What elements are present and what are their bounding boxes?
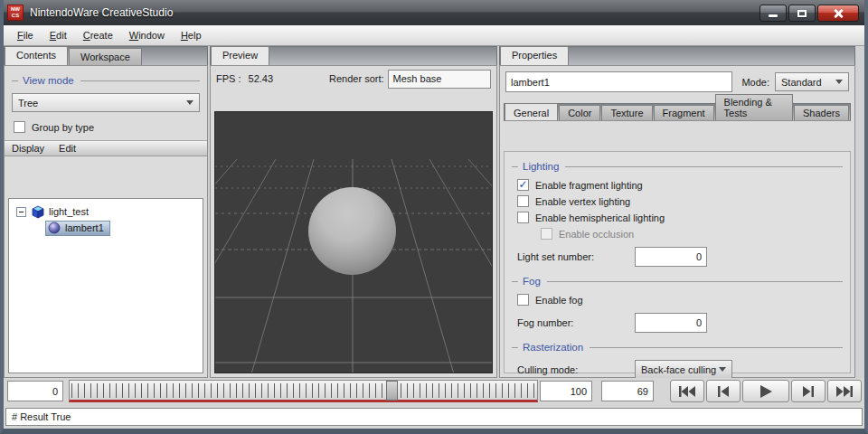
slider-handle[interactable] bbox=[386, 381, 398, 401]
menu-edit[interactable]: Edit bbox=[42, 27, 75, 43]
properties-panel: Properties lambert1 Mode: Standard Gener… bbox=[499, 46, 855, 378]
tab-properties[interactable]: Properties bbox=[500, 46, 569, 65]
contents-panel: Contents Workspace View mode Tree ✓ Grou… bbox=[4, 46, 208, 378]
slider-ticks bbox=[71, 383, 535, 398]
material-sphere-icon bbox=[48, 222, 61, 234]
culling-mode-label: Culling mode: bbox=[517, 364, 635, 375]
cube-icon bbox=[31, 205, 44, 219]
tree-menu-display[interactable]: Display bbox=[12, 143, 44, 154]
tab-color[interactable]: Color bbox=[559, 105, 600, 120]
minimize-button[interactable] bbox=[760, 5, 787, 22]
material-name-field[interactable]: lambert1 bbox=[505, 71, 732, 92]
contents-tabstrip: Contents Workspace bbox=[4, 46, 208, 65]
app-icon-text-bottom: CS bbox=[12, 13, 19, 19]
tree-row-lambert1[interactable]: lambert1 bbox=[9, 220, 203, 236]
preview-sphere bbox=[308, 187, 396, 275]
tab-contents[interactable]: Contents bbox=[5, 46, 68, 65]
tab-fragment[interactable]: Fragment bbox=[654, 105, 714, 120]
chevron-down-icon bbox=[186, 100, 193, 105]
checkbox-row-enable-fog[interactable]: ✓ Enable fog bbox=[517, 294, 850, 306]
collapse-icon[interactable] bbox=[16, 207, 26, 217]
step-forward-icon bbox=[801, 386, 816, 397]
skip-to-end-button[interactable] bbox=[827, 380, 862, 402]
tab-general[interactable]: General bbox=[505, 103, 558, 120]
fog-section-header: Fog bbox=[512, 276, 843, 287]
tree-label-light-test: light_test bbox=[49, 206, 89, 217]
group-by-type-row[interactable]: ✓ Group by type bbox=[14, 121, 207, 133]
window-title: NintendoWare CreativeStudio bbox=[30, 6, 173, 19]
maximize-icon bbox=[797, 10, 807, 17]
app-icon: NW CS bbox=[7, 5, 24, 21]
tab-texture[interactable]: Texture bbox=[601, 105, 652, 120]
rasterization-section-header: Rasterization bbox=[512, 342, 843, 353]
maximize-button[interactable] bbox=[788, 5, 816, 22]
group-by-type-label: Group by type bbox=[32, 122, 94, 133]
window-controls bbox=[758, 5, 859, 22]
fog-title: Fog bbox=[523, 276, 541, 287]
current-frame-field[interactable]: 69 bbox=[601, 381, 654, 401]
tab-preview[interactable]: Preview bbox=[211, 46, 269, 65]
rasterization-title: Rasterization bbox=[523, 342, 583, 353]
skip-to-start-icon bbox=[678, 386, 696, 397]
checkbox-row-fragment-lighting[interactable]: ✓ Enable fragment lighting bbox=[517, 179, 850, 191]
properties-subtabs: General Color Texture Fragment Blending … bbox=[504, 103, 851, 121]
light-set-number-field[interactable]: 0 bbox=[635, 247, 707, 267]
status-text: # Result True bbox=[12, 411, 71, 422]
tree-menu-edit[interactable]: Edit bbox=[59, 143, 76, 154]
app-icon-text-top: NW bbox=[11, 6, 20, 13]
lighting-title: Lighting bbox=[523, 161, 559, 172]
fog-number-field[interactable]: 0 bbox=[635, 313, 707, 333]
menu-create[interactable]: Create bbox=[75, 27, 121, 43]
title-bar[interactable]: NW CS NintendoWare CreativeStudio bbox=[0, 0, 868, 25]
playback-controls bbox=[670, 380, 863, 402]
properties-tabstrip: Properties bbox=[499, 46, 855, 65]
preview-panel: Preview FPS : 52.43 Render sort: Mesh ba… bbox=[210, 46, 497, 378]
chevron-down-icon bbox=[835, 80, 843, 84]
skip-to-start-button[interactable] bbox=[670, 380, 704, 402]
checkbox-row-hemispherical-lighting[interactable]: ✓ Enable hemispherical lighting bbox=[517, 212, 850, 223]
frame-start-field[interactable]: 0 bbox=[7, 381, 63, 401]
light-set-number-label: Light set number: bbox=[517, 251, 635, 262]
light-set-number-row: Light set number: 0 bbox=[517, 247, 850, 267]
checkbox-row-occlusion: ✓ Enable occlusion bbox=[541, 228, 850, 240]
chevron-down-icon bbox=[719, 367, 726, 372]
hemispherical-lighting-checkbox[interactable]: ✓ bbox=[517, 212, 529, 223]
tab-workspace[interactable]: Workspace bbox=[69, 48, 142, 65]
enable-fog-checkbox[interactable]: ✓ bbox=[517, 294, 529, 306]
vertex-lighting-checkbox[interactable]: ✓ bbox=[517, 195, 529, 207]
checkbox-row-vertex-lighting[interactable]: ✓ Enable vertex lighting bbox=[517, 195, 850, 207]
viewport-3d[interactable] bbox=[214, 111, 493, 373]
tab-blending-tests[interactable]: Blending & Tests bbox=[715, 94, 793, 120]
status-message-field: # Result True bbox=[5, 408, 863, 426]
tree-row-light-test[interactable]: light_test bbox=[9, 203, 203, 220]
contents-panel-body: View mode Tree ✓ Group by type Display E… bbox=[4, 65, 208, 378]
preview-tabstrip: Preview bbox=[210, 46, 497, 65]
frame-end-field[interactable]: 100 bbox=[540, 381, 592, 401]
tree-label-lambert1: lambert1 bbox=[65, 222, 104, 233]
menu-window[interactable]: Window bbox=[121, 27, 173, 43]
close-button[interactable] bbox=[817, 5, 859, 22]
menu-file[interactable]: File bbox=[9, 27, 42, 43]
menu-bar: File Edit Create Window Help bbox=[4, 25, 864, 46]
fps-value: 52.43 bbox=[249, 73, 274, 84]
render-sort-field[interactable]: Mesh base bbox=[388, 70, 491, 89]
step-back-button[interactable] bbox=[706, 380, 741, 402]
frame-slider[interactable] bbox=[69, 380, 538, 402]
culling-mode-dropdown[interactable]: Back-face culling bbox=[635, 360, 732, 379]
view-mode-section-header: View mode bbox=[12, 75, 200, 86]
play-button[interactable] bbox=[742, 380, 789, 402]
occlusion-checkbox: ✓ bbox=[541, 228, 552, 240]
step-forward-button[interactable] bbox=[791, 380, 826, 402]
view-mode-value: Tree bbox=[18, 98, 38, 108]
menu-help[interactable]: Help bbox=[173, 27, 210, 43]
fog-number-label: Fog number: bbox=[517, 317, 635, 328]
group-by-type-checkbox[interactable]: ✓ bbox=[14, 121, 25, 133]
fragment-lighting-checkbox[interactable]: ✓ bbox=[517, 179, 529, 191]
render-sort-label: Render sort: bbox=[329, 73, 384, 84]
occlusion-label: Enable occlusion bbox=[559, 229, 634, 240]
tree-menu-bar: Display Edit bbox=[5, 140, 207, 156]
mode-dropdown[interactable]: Standard bbox=[775, 72, 849, 91]
enable-fog-label: Enable fog bbox=[535, 295, 583, 306]
view-mode-dropdown[interactable]: Tree bbox=[12, 93, 200, 112]
tab-shaders[interactable]: Shaders bbox=[794, 105, 849, 120]
